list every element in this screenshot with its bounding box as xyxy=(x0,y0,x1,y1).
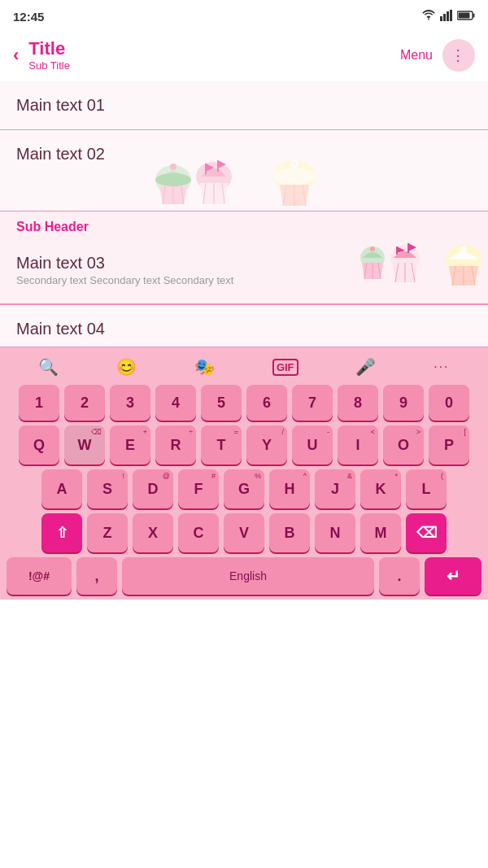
key-label: T xyxy=(217,437,226,454)
list-item[interactable]: Main text 03 Secondary text Secondary te… xyxy=(0,239,488,304)
key-sub-label: + xyxy=(143,428,147,436)
list-item[interactable]: Main text 04 xyxy=(0,305,488,347)
key-label: 6 xyxy=(263,395,271,412)
key-enter[interactable]: ↵ xyxy=(425,557,481,595)
key-8[interactable]: 8 xyxy=(338,385,378,421)
list-item-main-2: Main text 02 xyxy=(16,145,472,164)
key-7[interactable]: 7 xyxy=(292,385,333,421)
app-title: Title xyxy=(28,38,400,59)
key-label: !@# xyxy=(28,569,50,582)
key-t[interactable]: = T xyxy=(201,425,242,465)
key-e[interactable]: + E xyxy=(110,425,150,465)
key-9[interactable]: 9 xyxy=(383,385,424,421)
shift-icon: ⇧ xyxy=(56,524,68,542)
key-w[interactable]: ⌫ W xyxy=(64,425,105,465)
key-m[interactable]: M xyxy=(360,513,401,552)
svg-rect-2 xyxy=(447,11,449,21)
key-sub-label: ^ xyxy=(303,472,307,480)
svg-rect-1 xyxy=(443,14,446,21)
key-comma[interactable]: , xyxy=(76,557,117,595)
key-h[interactable]: ^ H xyxy=(269,469,310,508)
sticker-icon[interactable]: 🎭 xyxy=(194,357,215,377)
key-sub-label: & xyxy=(347,472,352,480)
key-backspace[interactable]: ⌫ xyxy=(406,513,447,552)
key-r[interactable]: ÷ R xyxy=(155,425,196,465)
key-shift[interactable]: ⇧ xyxy=(41,513,82,552)
key-g[interactable]: % G xyxy=(224,469,264,508)
key-label: K xyxy=(376,481,386,498)
emoji-icon[interactable]: 😊 xyxy=(116,357,137,377)
key-x[interactable]: X xyxy=(133,513,173,552)
key-sub-label: = xyxy=(234,428,238,436)
key-z[interactable]: Z xyxy=(87,513,128,552)
status-bar: 12:45 xyxy=(0,0,488,29)
key-b[interactable]: B xyxy=(269,513,310,552)
key-u[interactable]: - U xyxy=(292,425,333,465)
zxcv-row: ⇧ Z X C V B N M ⌫ xyxy=(7,513,481,552)
key-3[interactable]: 3 xyxy=(110,385,150,421)
list-item[interactable]: Main text 01 xyxy=(0,81,488,130)
key-label: 3 xyxy=(126,395,134,412)
key-k[interactable]: * K xyxy=(360,469,401,508)
key-4[interactable]: 4 xyxy=(155,385,196,421)
key-6[interactable]: 6 xyxy=(246,385,287,421)
key-symbols[interactable]: !@# xyxy=(7,557,72,595)
key-label: Q xyxy=(33,437,45,454)
key-c[interactable]: C xyxy=(178,513,219,552)
mic-icon[interactable]: 🎤 xyxy=(355,357,376,377)
key-rows: 1 2 3 4 5 6 7 8 9 0 Q ⌫ W + E ÷ R xyxy=(3,385,485,595)
key-y[interactable]: / Y xyxy=(246,425,287,465)
key-f[interactable]: # F xyxy=(178,469,219,508)
key-sub-label: ( xyxy=(441,472,443,480)
key-label: 1 xyxy=(35,395,43,412)
key-sub-label: * xyxy=(394,472,398,480)
key-label: B xyxy=(285,525,295,542)
qwerty-row: Q ⌫ W + E ÷ R = T / Y - U xyxy=(7,425,481,465)
key-space[interactable]: English xyxy=(122,557,374,595)
svg-point-29 xyxy=(370,246,375,251)
svg-rect-0 xyxy=(440,16,442,21)
key-label: V xyxy=(239,525,249,542)
key-label: R xyxy=(171,437,181,454)
key-label: J xyxy=(331,481,339,498)
back-button[interactable]: ‹ xyxy=(13,45,19,66)
key-label: 5 xyxy=(217,395,225,412)
key-label: 9 xyxy=(399,395,407,412)
more-button[interactable]: ⋮ xyxy=(442,39,475,72)
key-2[interactable]: 2 xyxy=(64,385,105,421)
key-label: S xyxy=(102,481,112,498)
key-label: O xyxy=(398,437,409,454)
key-5[interactable]: 5 xyxy=(201,385,242,421)
key-i[interactable]: < I xyxy=(338,425,378,465)
key-label: N xyxy=(330,525,341,542)
key-l[interactable]: ( L xyxy=(406,469,447,508)
key-period[interactable]: . xyxy=(379,557,420,595)
key-a[interactable]: A xyxy=(41,469,82,508)
search-icon[interactable]: 🔍 xyxy=(38,357,59,377)
more-keyboard-icon[interactable]: ··· xyxy=(434,360,449,374)
key-0[interactable]: 0 xyxy=(429,385,469,421)
key-sub-label: [ xyxy=(464,428,466,436)
key-label: F xyxy=(194,481,203,498)
key-q[interactable]: Q xyxy=(19,425,59,465)
key-j[interactable]: & J xyxy=(315,469,355,508)
key-1[interactable]: 1 xyxy=(19,385,59,421)
key-sub-label: @ xyxy=(163,472,170,480)
key-d[interactable]: @ D xyxy=(133,469,173,508)
key-p[interactable]: [ P xyxy=(429,425,469,465)
sub-header: Sub Header xyxy=(0,212,488,239)
key-v[interactable]: V xyxy=(224,513,264,552)
menu-label[interactable]: Menu xyxy=(400,48,433,63)
key-label: W xyxy=(78,437,92,454)
key-label: . xyxy=(397,568,401,585)
key-n[interactable]: N xyxy=(315,513,355,552)
key-s[interactable]: ! S xyxy=(87,469,128,508)
key-label: English xyxy=(229,569,267,582)
key-o[interactable]: > O xyxy=(383,425,424,465)
key-label: , xyxy=(94,568,98,585)
key-label: D xyxy=(148,481,159,498)
gif-icon[interactable]: GIF xyxy=(272,359,298,376)
key-label: X xyxy=(148,525,158,542)
wifi-icon xyxy=(421,10,436,24)
list-item[interactable]: Main text 02 xyxy=(0,130,488,212)
